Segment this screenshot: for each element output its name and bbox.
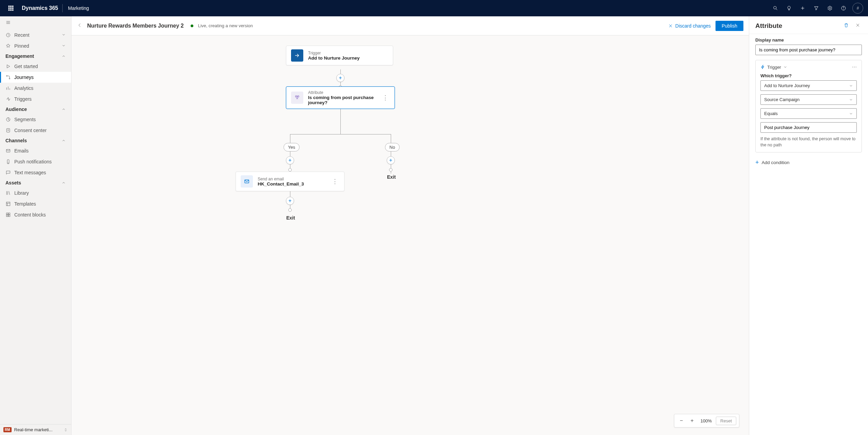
branch-yes[interactable]: Yes xyxy=(284,143,300,151)
add-step-button[interactable]: + xyxy=(387,156,395,164)
svg-point-33 xyxy=(298,96,299,97)
publish-button[interactable]: Publish xyxy=(716,21,743,31)
helper-text: If the attribute is not found, the perso… xyxy=(760,136,857,148)
svg-rect-27 xyxy=(6,202,10,206)
condition-more-icon[interactable]: ⋯ xyxy=(852,64,857,70)
sidebar-item-content-blocks[interactable]: Content blocks xyxy=(0,209,71,220)
help-icon[interactable] xyxy=(837,0,850,16)
sidebar-section-engagement[interactable]: Engagement xyxy=(0,51,71,61)
search-icon[interactable] xyxy=(769,0,782,16)
add-icon[interactable] xyxy=(796,0,809,16)
clock-icon xyxy=(5,32,11,38)
svg-rect-28 xyxy=(6,213,8,215)
zoom-control: − + 100% Reset xyxy=(674,414,739,428)
node-type: Attribute xyxy=(308,90,376,95)
status-dot xyxy=(191,25,193,27)
svg-rect-5 xyxy=(12,8,13,9)
display-name-input[interactable] xyxy=(755,45,862,55)
add-step-button[interactable]: + xyxy=(336,74,344,82)
sidebar-item-push[interactable]: Push notifications xyxy=(0,156,71,167)
settings-icon[interactable] xyxy=(823,0,837,16)
blocks-icon xyxy=(5,212,11,218)
add-condition-button[interactable]: + Add condition xyxy=(755,157,862,167)
svg-point-9 xyxy=(774,6,776,9)
svg-point-15 xyxy=(843,9,844,10)
page-title: Nurture Rewards Members Journey 2 xyxy=(87,23,184,29)
area-switcher[interactable]: RM Real-time marketi... xyxy=(0,424,71,435)
display-name-label: Display name xyxy=(755,37,862,43)
svg-rect-3 xyxy=(9,8,10,9)
discard-button[interactable]: Discard changes xyxy=(668,23,711,29)
connector-line xyxy=(290,134,391,134)
trigger-node-icon xyxy=(291,49,303,62)
library-icon xyxy=(5,190,11,196)
waffle-icon[interactable] xyxy=(3,5,19,11)
sms-icon xyxy=(5,170,11,175)
exit-label: Exit xyxy=(387,174,396,180)
svg-rect-31 xyxy=(9,215,10,217)
back-button[interactable] xyxy=(77,22,82,29)
sidebar-item-recent[interactable]: Recent xyxy=(0,30,71,41)
command-bar: Nurture Rewards Members Journey 2 Live, … xyxy=(71,16,749,35)
segments-icon xyxy=(5,117,11,122)
sidebar-toggle[interactable] xyxy=(0,16,71,30)
sidebar-item-get-started[interactable]: Get started xyxy=(0,61,71,72)
area-label[interactable]: Marketing xyxy=(64,5,93,11)
close-icon[interactable] xyxy=(854,21,862,30)
svg-point-21 xyxy=(9,78,10,79)
add-step-button[interactable]: + xyxy=(286,197,294,205)
condition-card: Trigger ⋯ Which trigger? Add to Nurture … xyxy=(755,60,862,152)
zoom-reset-button[interactable]: Reset xyxy=(716,417,736,425)
chevron-up-icon xyxy=(62,54,66,58)
node-more-icon[interactable]: ⋮ xyxy=(381,94,390,101)
zoom-in-button[interactable]: + xyxy=(688,416,696,425)
sidebar-item-library[interactable]: Library xyxy=(0,188,71,198)
sidebar-item-segments[interactable]: Segments xyxy=(0,114,71,125)
node-name: Add to Nurture Journey xyxy=(308,55,360,61)
delete-icon[interactable] xyxy=(842,21,850,30)
field-select[interactable]: Source Campaign xyxy=(760,94,857,105)
sidebar-item-emails[interactable]: Emails xyxy=(0,145,71,156)
sidebar-section-channels[interactable]: Channels xyxy=(0,136,71,145)
lightbulb-icon[interactable] xyxy=(782,0,796,16)
sidebar-item-pinned[interactable]: Pinned xyxy=(0,41,71,51)
sidebar-item-analytics[interactable]: Analytics xyxy=(0,83,71,94)
sidebar-section-audience[interactable]: Audience xyxy=(0,104,71,114)
svg-rect-1 xyxy=(11,6,12,7)
sidebar-item-journeys[interactable]: Journeys xyxy=(0,72,71,83)
connector-line xyxy=(391,134,391,174)
operator-select[interactable]: Equals xyxy=(760,108,857,119)
chevron-down-icon xyxy=(62,43,66,49)
add-step-button[interactable]: + xyxy=(286,156,294,164)
svg-rect-2 xyxy=(12,6,13,7)
which-trigger-label: Which trigger? xyxy=(760,73,857,78)
sidebar-item-triggers[interactable]: Triggers xyxy=(0,94,71,104)
svg-rect-6 xyxy=(9,10,10,11)
filter-icon[interactable] xyxy=(809,0,823,16)
connector-dot xyxy=(288,168,292,172)
node-trigger[interactable]: Trigger Add to Nurture Journey xyxy=(286,46,393,65)
node-more-icon[interactable]: ⋮ xyxy=(331,178,339,185)
sidebar-item-templates[interactable]: Templates xyxy=(0,198,71,209)
sidebar-item-texts[interactable]: Text messages xyxy=(0,167,71,178)
zoom-out-button[interactable]: − xyxy=(677,416,686,425)
updown-icon xyxy=(64,428,68,432)
user-avatar[interactable]: # xyxy=(852,3,863,14)
value-input[interactable] xyxy=(760,122,857,133)
node-attribute[interactable]: Attribute Is coming from post purchase j… xyxy=(286,86,395,109)
brand-label[interactable]: Dynamics 365 xyxy=(19,5,61,11)
svg-point-13 xyxy=(829,7,831,9)
pin-icon xyxy=(5,43,11,49)
zoom-value: 100% xyxy=(698,418,714,423)
node-email[interactable]: Send an email HK_Contact_Email_3 ⋮ xyxy=(236,172,344,191)
journey-icon xyxy=(5,75,11,80)
connector-dot xyxy=(389,168,392,172)
chevron-up-icon xyxy=(62,139,66,143)
node-type: Send an email xyxy=(258,177,304,181)
sidebar-item-consent[interactable]: Consent center xyxy=(0,125,71,136)
journey-canvas[interactable]: Trigger Add to Nurture Journey + Attribu… xyxy=(71,35,749,435)
sidebar-section-assets[interactable]: Assets xyxy=(0,178,71,188)
branch-no[interactable]: No xyxy=(385,143,400,151)
svg-rect-30 xyxy=(6,215,8,217)
trigger-select[interactable]: Add to Nurture Journey xyxy=(760,80,857,91)
